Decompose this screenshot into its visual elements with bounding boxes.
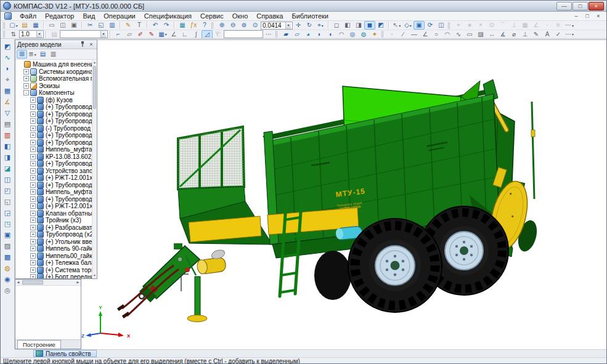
- menu-item[interactable]: Спецификация: [140, 12, 196, 20]
- refresh-image-button[interactable]: ◫: [436, 21, 447, 30]
- front-wheel[interactable]: [348, 219, 442, 312]
- snap-intersection-button[interactable]: ×: [475, 21, 486, 30]
- expand-toggle-icon[interactable]: +: [30, 232, 36, 237]
- left-bar-icon-13[interactable]: ◫: [2, 174, 14, 184]
- phantoms-button[interactable]: ▱: [124, 30, 135, 39]
- paste-button[interactable]: ▥: [107, 21, 118, 30]
- tab-build[interactable]: Построение: [17, 340, 61, 349]
- draw-more-button[interactable]: ⋯: [564, 30, 575, 39]
- expand-toggle-icon[interactable]: +: [30, 168, 36, 174]
- left-bar-icon-15[interactable]: ◱: [2, 196, 14, 206]
- menu-item[interactable]: Сервис: [196, 12, 228, 20]
- print-preview-button[interactable]: ◫: [57, 21, 68, 30]
- more-options-button[interactable]: ⋯: [263, 30, 274, 39]
- hide-auxiliary-button[interactable]: ◇: [402, 21, 413, 30]
- layers-button[interactable]: ▤: [49, 30, 60, 39]
- orientation-button[interactable]: ⌖: [315, 21, 326, 30]
- tree-item[interactable]: + КР-13.08.13.602_Н: [15, 153, 92, 161]
- context-help-button[interactable]: ?: [199, 21, 210, 30]
- expand-toggle-icon[interactable]: +: [30, 260, 36, 265]
- shaded-mode-button[interactable]: ◼: [364, 21, 375, 30]
- perpendicular-tool-button[interactable]: ⊥: [519, 30, 531, 39]
- combo-arrow-icon[interactable]: ▾: [100, 31, 106, 38]
- rectangle-tool-button[interactable]: ▭: [464, 30, 475, 39]
- expand-toggle-icon[interactable]: +: [30, 189, 36, 195]
- tree-item[interactable]: + (+) Трубопровод: [15, 196, 92, 203]
- auxiliary-geometry-button[interactable]: ⌖: [2, 74, 14, 84]
- rotate-view-button[interactable]: ↻: [304, 21, 315, 30]
- revolve-operation-button[interactable]: ◕: [303, 30, 314, 39]
- tree-relations-button[interactable]: ▤: [38, 50, 48, 59]
- tree-item[interactable]: + (+) Борт передни: [15, 273, 92, 278]
- tree-item[interactable]: + (+) РЖТ-12.001х2: [15, 203, 92, 210]
- selection-filters-bar-button[interactable]: ▽: [2, 107, 14, 118]
- left-bar-icon-12[interactable]: ◪: [2, 163, 14, 173]
- copy-properties-button[interactable]: ✎: [123, 21, 134, 30]
- expand-toggle-icon[interactable]: -: [23, 90, 29, 95]
- expand-toggle-icon[interactable]: +: [30, 211, 36, 216]
- scroll-down-icon[interactable]: ▼: [92, 273, 97, 278]
- doc-minimize-button[interactable]: –: [572, 13, 581, 19]
- left-bar-icon-11[interactable]: ◨: [2, 152, 14, 162]
- combo-arrow-icon[interactable]: ▾: [36, 31, 42, 38]
- left-bar-icon-22[interactable]: ◉: [2, 273, 14, 284]
- undo-button[interactable]: ↶: [150, 21, 161, 30]
- expand-toggle-icon[interactable]: +: [30, 246, 36, 251]
- snap-grid-button[interactable]: ▦: [519, 21, 531, 30]
- circle-tool-button[interactable]: ○: [431, 30, 442, 39]
- expand-toggle-icon[interactable]: +: [30, 97, 36, 103]
- expand-toggle-icon[interactable]: +: [30, 147, 36, 152]
- menu-item[interactable]: Файл: [15, 12, 41, 20]
- expand-toggle-icon[interactable]: +: [30, 161, 36, 166]
- print-button[interactable]: ▭: [46, 21, 57, 30]
- surfaces-button[interactable]: ◗: [2, 63, 14, 73]
- left-bar-icon-14[interactable]: ◰: [2, 185, 14, 195]
- arrays-button[interactable]: ▦: [2, 85, 14, 95]
- expand-toggle-icon[interactable]: +: [30, 239, 36, 245]
- hidden-lines-thin-button[interactable]: ◨: [353, 21, 364, 30]
- menu-item[interactable]: Справка: [252, 12, 287, 20]
- drawbar[interactable]: [139, 246, 200, 302]
- tree-item[interactable]: + (+) Система торм: [15, 267, 92, 274]
- left-bar-icon-23[interactable]: ◎: [2, 285, 14, 295]
- expand-toggle-icon[interactable]: +: [30, 154, 36, 160]
- tree-item[interactable]: + (+) Трубопровод: [15, 103, 92, 111]
- tree-item[interactable]: + (+) РЖТ-12.001х2: [15, 174, 92, 182]
- tree-extra-window-button[interactable]: ▥: [48, 50, 59, 59]
- view-state-combo[interactable]: ▾: [60, 30, 108, 38]
- tree-item[interactable]: + Ниппель 90-гайка: [15, 245, 92, 253]
- tree-item[interactable]: + (+) Трубопровод: [15, 111, 92, 118]
- document-icon[interactable]: [4, 12, 12, 20]
- expand-toggle-icon[interactable]: +: [23, 76, 29, 81]
- redo-button[interactable]: ↷: [161, 21, 172, 30]
- tree-panel-header[interactable]: Дерево модели ×: [15, 40, 97, 49]
- pto-guard-drum[interactable]: [197, 257, 227, 275]
- tree-item[interactable]: + (ф) Кузов: [15, 97, 92, 104]
- expand-toggle-icon[interactable]: +: [30, 182, 36, 188]
- segment-tool-button[interactable]: —: [409, 30, 420, 39]
- coordinate-field[interactable]: [224, 30, 263, 38]
- tree-item[interactable]: + Тройник (х3): [15, 217, 92, 224]
- tree-item[interactable]: + (+) Тележка бала: [15, 259, 92, 267]
- selection-filters-button[interactable]: ↖: [391, 21, 402, 30]
- menu-item[interactable]: Окно: [228, 12, 253, 20]
- tree-item[interactable]: + (+) Трубопровод: [15, 139, 92, 147]
- tree-item[interactable]: + Ниппель_муфта_г: [15, 146, 92, 153]
- left-bar-icon-18[interactable]: ▣: [2, 229, 14, 240]
- fillet-3d-button[interactable]: ◠: [336, 30, 347, 39]
- tree-item[interactable]: - Компоненты: [15, 89, 92, 97]
- tree-item[interactable]: + (-) Трубопровод: [15, 125, 92, 132]
- document-properties-button[interactable]: ▣: [68, 21, 79, 30]
- grid-button[interactable]: ▦: [157, 30, 168, 39]
- measurements-3d-button[interactable]: ∡: [2, 96, 14, 107]
- dimension-diameter-button[interactable]: ⌀: [508, 30, 519, 39]
- zoom-selected-button[interactable]: ⊚: [238, 21, 250, 30]
- memorize-state-button[interactable]: ∫: [190, 30, 202, 39]
- variables-window-button[interactable]: ▦: [177, 21, 188, 30]
- expand-toggle-icon[interactable]: +: [30, 253, 36, 259]
- scrollbar-thumb[interactable]: [93, 66, 96, 109]
- toolbar-grip[interactable]: [211, 22, 214, 29]
- hole-operation-button[interactable]: ◎: [347, 30, 358, 39]
- polyline-tool-button[interactable]: ∠: [420, 30, 431, 39]
- snap-center-button[interactable]: ⊙: [486, 21, 497, 30]
